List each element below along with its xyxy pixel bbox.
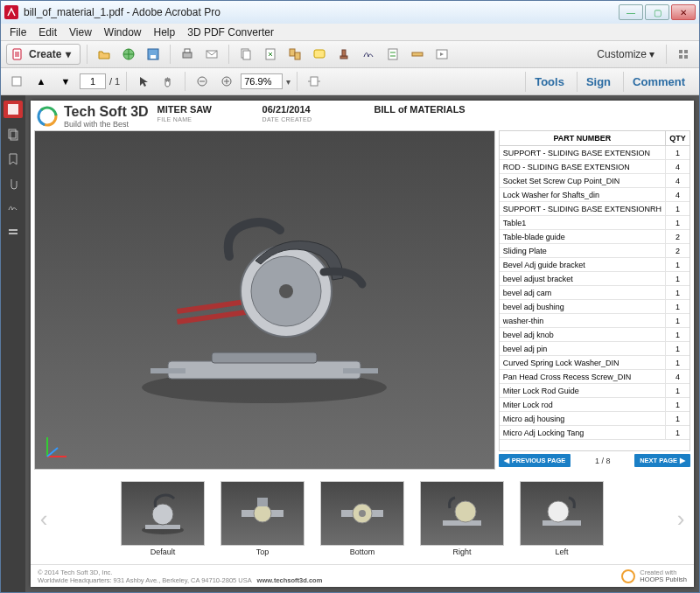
date-value: 06/21/2014 (262, 104, 359, 115)
toolbar-divider (126, 72, 127, 91)
edit-pages-icon[interactable] (235, 44, 256, 65)
multimedia-icon[interactable] (431, 44, 452, 65)
svg-rect-13 (314, 50, 325, 58)
close-button[interactable]: ✕ (671, 4, 696, 20)
bom-title: BILL of MATERIALS (368, 104, 551, 115)
view-thumbnail[interactable]: Top (220, 481, 304, 556)
attachments-panel-icon[interactable] (5, 176, 21, 192)
open-icon[interactable] (94, 44, 115, 65)
hand-tool-icon[interactable] (158, 71, 178, 92)
thumbnail-caption: Left (555, 548, 568, 556)
table-row[interactable]: bevel adj cam1 (500, 286, 690, 300)
measure-icon[interactable] (407, 44, 428, 65)
3d-viewport[interactable] (34, 130, 495, 470)
table-row[interactable]: bevel adj knob1 (500, 328, 690, 342)
zoom-level-input[interactable] (241, 73, 283, 89)
qty-cell: 1 (665, 342, 690, 355)
table-row[interactable]: Micro adj housing1 (500, 412, 690, 426)
menubar: File Edit View Window Help 3D PDF Conver… (1, 24, 699, 41)
document-viewport[interactable]: Tech Soft 3D Build with the Best MITER S… (25, 95, 699, 592)
table-row[interactable]: Miter Lock Rod Guide1 (500, 384, 690, 398)
svg-point-67 (622, 570, 634, 583)
thumbs-prev-button[interactable]: ‹ (36, 506, 52, 533)
table-row[interactable]: Table11 (500, 216, 690, 230)
page-up-icon[interactable]: ▲ (31, 71, 52, 92)
thumbnails-panel-icon[interactable] (4, 101, 23, 118)
page-down-icon[interactable]: ▼ (55, 71, 76, 92)
menu-3d-pdf-converter[interactable]: 3D PDF Converter (182, 24, 279, 40)
chevron-down-icon[interactable]: ▾ (286, 77, 290, 87)
table-row[interactable]: Lock Washer for Shafts_din4 (500, 188, 690, 202)
maximize-button[interactable]: ▢ (645, 4, 669, 20)
address-text: Worldwide Headquarters: 931 Ashby Ave., … (38, 576, 251, 584)
sticky-note-icon[interactable] (309, 44, 330, 65)
fit-width-icon[interactable] (304, 71, 325, 92)
form-icon[interactable] (382, 44, 403, 65)
minimize-button[interactable]: — (619, 4, 643, 20)
table-row[interactable]: washer-thin1 (500, 314, 690, 328)
view-thumbnail[interactable]: Right (420, 481, 504, 556)
comment-panel-button[interactable]: Comment (623, 72, 694, 92)
page-number-input[interactable] (80, 73, 106, 89)
pages-panel-icon[interactable] (5, 127, 21, 143)
save-web-icon[interactable] (118, 44, 139, 65)
part-cell: Socket Set Screw Cup Point_DIN (500, 174, 665, 187)
print-icon[interactable] (177, 44, 198, 65)
part-cell: SUPPORT - SLIDING BASE EXTENSIONRH (500, 202, 665, 215)
combine-icon[interactable] (284, 44, 305, 65)
signatures-panel-icon[interactable] (5, 200, 21, 216)
table-row[interactable]: Pan Head Cross Recess Screw_DIN4 (500, 370, 690, 384)
website-link[interactable]: www.techsoft3d.com (257, 576, 323, 584)
table-row[interactable]: ROD - SLIDING BASE EXTENSION4 (500, 160, 690, 174)
create-button[interactable]: Create ▾ (6, 44, 80, 65)
table-row[interactable]: Miter Lock rod1 (500, 398, 690, 412)
thumbs-next-button[interactable]: › (673, 506, 689, 533)
view-thumbnail[interactable]: Bottom (320, 481, 404, 556)
table-row[interactable]: Table-blade guide2 (500, 230, 690, 244)
bookmarks-panel-icon[interactable] (5, 151, 21, 167)
zoom-out-icon[interactable] (192, 71, 213, 92)
table-row[interactable]: SUPPORT - SLIDING BASE EXTENSIONRH1 (500, 202, 690, 216)
table-row[interactable]: Sliding Plate2 (500, 244, 690, 258)
menu-view[interactable]: View (64, 24, 97, 40)
menu-help[interactable]: Help (149, 24, 181, 40)
svg-rect-4 (150, 55, 156, 59)
view-thumbnail[interactable]: Default (121, 481, 205, 556)
signature-icon[interactable] (358, 44, 379, 65)
svg-rect-16 (388, 49, 397, 59)
table-row[interactable]: bevel adj bushing1 (500, 300, 690, 314)
bom-rows[interactable]: SUPPORT - SLIDING BASE EXTENSION1ROD - S… (499, 146, 690, 451)
export-icon[interactable] (260, 44, 281, 65)
email-icon[interactable] (201, 44, 222, 65)
table-row[interactable]: bevel adj pin1 (500, 342, 690, 356)
save-icon[interactable] (143, 44, 164, 65)
menu-file[interactable]: File (4, 24, 32, 40)
menu-edit[interactable]: Edit (33, 24, 62, 40)
next-page-button[interactable]: NEXT PAGE ▶ (634, 454, 690, 467)
table-row[interactable]: Micro Adj Locking Tang1 (500, 426, 690, 440)
chevron-left-icon: ◀ (504, 457, 509, 464)
tools-panel-button[interactable]: Tools (525, 72, 573, 92)
zoom-in-icon[interactable] (216, 71, 237, 92)
table-row[interactable]: Curved Spring Lock Washer_DIN1 (500, 356, 690, 370)
table-row[interactable]: bevel adjust bracket1 (500, 272, 690, 286)
customize-dropdown[interactable]: Customize ▾ (592, 46, 660, 62)
menu-window[interactable]: Window (99, 24, 147, 40)
table-row[interactable]: Bevel Adj guide bracket1 (500, 258, 690, 272)
select-tool-icon[interactable] (133, 71, 154, 92)
part-cell: bevel adj bushing (500, 300, 665, 313)
thumbnail-image (320, 481, 404, 546)
quick-tools-icon[interactable] (673, 44, 694, 65)
previous-page-button[interactable]: ◀ PREVIOUS PAGE (499, 454, 571, 467)
layers-panel-icon[interactable] (5, 225, 21, 241)
page-thumbnails-icon[interactable] (6, 71, 27, 92)
document-body: PART NUMBER QTY SUPPORT - SLIDING BASE E… (31, 130, 694, 470)
sign-panel-button[interactable]: Sign (577, 72, 620, 92)
table-row[interactable]: SUPPORT - SLIDING BASE EXTENSION1 (500, 146, 690, 160)
svg-rect-18 (390, 55, 396, 57)
view-thumbnail[interactable]: Left (520, 481, 604, 556)
stamp-icon[interactable] (333, 44, 354, 65)
qty-cell: 1 (665, 146, 690, 159)
brand-logo: Tech Soft 3D Build with the Best (36, 104, 149, 129)
table-row[interactable]: Socket Set Screw Cup Point_DIN4 (500, 174, 690, 188)
